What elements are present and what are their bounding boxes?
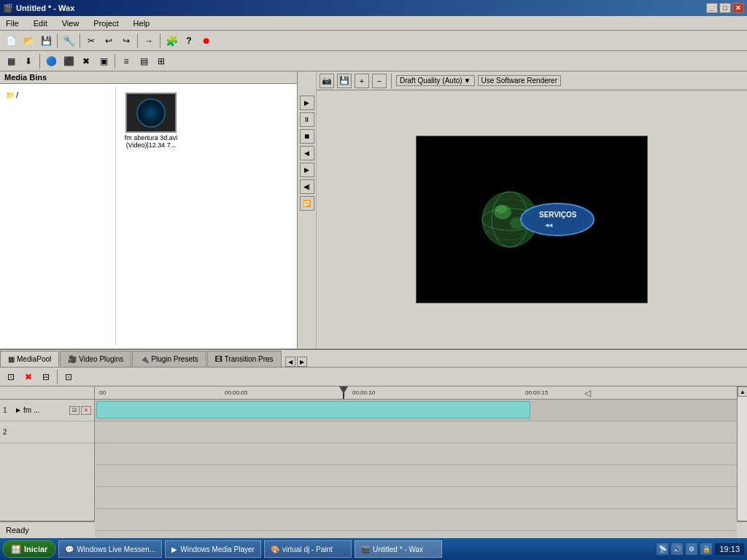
taskbar-item-virtualdj[interactable]: 🎨 virtual dj - Paint [264, 540, 352, 558]
menu-view[interactable]: View [58, 18, 84, 28]
tab-scroll-right[interactable]: ▶ [297, 357, 307, 367]
multiview-button[interactable]: ⊞ [153, 53, 169, 69]
preview-snap-button[interactable]: 📷 [320, 74, 334, 88]
capture-button[interactable]: 🔵 [43, 53, 59, 69]
plugin-button[interactable]: 🧩 [163, 33, 179, 49]
sys-icon-1: 📡 [657, 543, 668, 555]
quality-dropdown[interactable]: Draft Quality (Auto) ▼ [396, 75, 475, 86]
sep6 [115, 54, 115, 69]
mediapool-tab-icon: ▦ [8, 355, 15, 363]
videoplugins-tab-label: Video Plugins [79, 355, 123, 363]
record-button[interactable]: ⏺ [198, 33, 214, 49]
close-button[interactable]: ✕ [732, 3, 744, 13]
tab-scroll-left[interactable]: ◀ [285, 357, 295, 367]
dropdown-arrow-icon: ▼ [464, 77, 471, 85]
playhead-triangle [339, 386, 348, 394]
playhead[interactable] [343, 386, 344, 399]
maximize-button[interactable]: □ [719, 3, 731, 13]
tab-mediapool[interactable]: ▦ MediaPool [0, 351, 59, 367]
list-item[interactable]: fm abertura 3d.avi(Video)|12.34 7... [122, 93, 180, 340]
pause-button[interactable]: ⏸ [300, 112, 314, 127]
media-grid: fm abertura 3d.avi(Video)|12.34 7... [116, 87, 294, 346]
menu-project[interactable]: Project [89, 18, 123, 28]
media-pool-button[interactable]: ▦ [3, 53, 19, 69]
delete-button[interactable]: ⬛ [61, 53, 77, 69]
table-row [95, 465, 737, 487]
menu-help[interactable]: Help [129, 18, 155, 28]
mediaplayer-icon: ▶ [171, 545, 177, 553]
media-clip-1[interactable] [96, 401, 530, 419]
properties3-button[interactable]: ⊡ [61, 369, 77, 385]
remove-button[interactable]: ✖ [78, 53, 94, 69]
track-solo-1[interactable]: ✕ [81, 406, 91, 415]
delete-timeline-button[interactable]: ✖ [20, 369, 36, 385]
tab-pluginpresets[interactable]: 🔌 Plugin Presets [132, 351, 206, 367]
playback-controls: ▶ ⏸ ⏹ ◀ ▶ ◀| 🔁 [298, 71, 317, 349]
prev-frame-button[interactable]: ◀ [300, 146, 314, 160]
taskbar-item-mediaplayer[interactable]: ▶ Windows Media Player [165, 540, 261, 558]
renderer-dropdown[interactable]: Use Software Renderer [478, 75, 562, 86]
stop-button[interactable]: ⏹ [300, 129, 314, 144]
next-frame-button[interactable]: ▶ [300, 163, 314, 177]
tab-videoplugins[interactable]: 🎥 Video Plugins [60, 351, 131, 367]
transitionpres-tab-label: Transition Pres [225, 355, 274, 363]
track-arrow-1[interactable]: ▶ [16, 407, 20, 413]
taskbar-item-wax[interactable]: 🎬 Untitled * - Wax [355, 540, 442, 558]
play-button[interactable]: ▶ [300, 96, 314, 110]
table-row [95, 400, 737, 421]
timeline-button[interactable]: ▤ [136, 53, 152, 69]
open-button[interactable]: 📂 [20, 33, 36, 49]
sep3 [137, 34, 138, 48]
preview-save-button[interactable]: 💾 [337, 74, 352, 88]
tree-root[interactable]: 📁 / [6, 90, 112, 100]
menu-bar: File Edit View Project Help [0, 16, 747, 31]
start-label: Iniciar [24, 545, 47, 553]
media-thumbnail [125, 93, 177, 133]
redo-button[interactable]: ↪ [118, 33, 134, 49]
preview-right: 📷 💾 + − Draft Quality (Auto) ▼ Use Softw… [317, 71, 747, 349]
prev-key-button[interactable]: ◀| [300, 179, 314, 194]
folder-icon: 📁 [6, 91, 15, 99]
help-button[interactable]: ? [181, 33, 197, 49]
zoom-out-button[interactable]: − [372, 74, 387, 88]
properties2-button[interactable]: ▣ [96, 53, 112, 69]
ruler-mark-0: :00 [98, 389, 106, 396]
taskbar-item-messenger[interactable]: 💬 Windows Live Messen... [58, 540, 162, 558]
sep4 [160, 34, 160, 48]
zoom-in-button[interactable]: + [355, 74, 369, 88]
timeline-panel: ▦ MediaPool 🎥 Video Plugins 🔌 Plugin Pre… [0, 349, 747, 521]
pluginpresets-tab-icon: 🔌 [140, 355, 149, 363]
virtualdj-icon: 🎨 [271, 545, 279, 553]
media-bins-header: Media Bins [0, 71, 297, 84]
sep2 [80, 34, 80, 48]
menu-file[interactable]: File [1, 18, 23, 28]
virtualdj-label: virtual dj - Paint [282, 545, 333, 553]
top-area: Media Bins 📁 / fm abertura 3d.avi(Video)… [0, 71, 747, 349]
minimize-button[interactable]: _ [706, 3, 718, 13]
v-scroll-up[interactable]: ▲ [738, 386, 747, 397]
undo-button[interactable]: ↩ [101, 33, 117, 49]
track-name-1: fm ... [23, 406, 66, 414]
taskbar-right: 📡 🔊 ⚙ 🔒 19:13 [657, 543, 744, 555]
loop-button[interactable]: 🔁 [300, 196, 314, 211]
messenger-icon: 💬 [65, 545, 74, 553]
storyboard-button[interactable]: ≡ [118, 53, 134, 69]
fit-all-button[interactable]: ⊡ [3, 369, 19, 385]
menu-edit[interactable]: Edit [29, 18, 52, 28]
cut-button[interactable]: ✂ [83, 33, 99, 49]
arrow-button[interactable]: → [141, 33, 157, 49]
media-bins-panel: Media Bins 📁 / fm abertura 3d.avi(Video)… [0, 71, 298, 349]
track-mute-1[interactable]: ☑ [69, 406, 80, 415]
sep5 [39, 54, 40, 69]
sep8 [57, 370, 58, 384]
save-button[interactable]: 💾 [38, 33, 54, 49]
timeline-settings-button[interactable]: ⊟ [38, 369, 54, 385]
wax-label: Untitled * - Wax [373, 545, 423, 553]
import-button[interactable]: ⬇ [20, 53, 36, 69]
preview-content: SERVIÇOS ◀◀ [466, 183, 597, 256]
start-button[interactable]: 🪟 Iniciar [3, 540, 55, 558]
new-button[interactable]: 📄 [3, 33, 19, 49]
tab-transitionpres[interactable]: 🎞 Transition Pres [207, 351, 282, 367]
timeline-inner: :00 00:00:05 00:00:10 00:00:15 ◁ [95, 386, 747, 560]
properties-button[interactable]: 🔧 [61, 33, 77, 49]
